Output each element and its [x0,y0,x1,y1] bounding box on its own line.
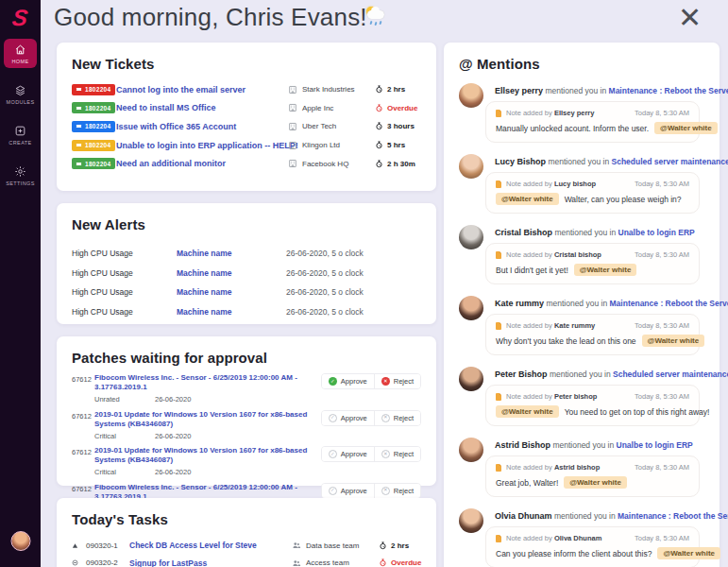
machine-name-link[interactable]: Machine name [177,268,286,278]
ticket-subject-link[interactable]: Cannot log into the email server [116,85,288,94]
reject-icon: ✕ [381,487,390,495]
ticket-subject-link[interactable]: Issue with Office 365 Account [116,122,288,131]
note-message: Great job, Walter!@Walter white [496,476,689,489]
approve-icon: ✓ [329,450,337,458]
mention-item: Cristal Bishop mentioned you in Unalbe t… [459,227,704,284]
mentions-card: @ Mentions Ellsey perry mentioned you in… [444,43,720,567]
mention-topic-link[interactable]: Unalbe to login ERP [618,228,695,237]
note-icon [496,110,501,117]
task-subject-link[interactable]: Signup for LastPass [129,558,292,567]
reject-button[interactable]: ✕Reject [374,447,420,461]
approve-icon: ✓ [329,377,337,386]
building-icon [288,85,297,94]
close-icon[interactable]: ✕ [678,2,702,34]
mention-chip[interactable]: @Walter white [654,122,718,134]
section-title: Patches waiting for approval [72,350,421,366]
timer-icon [375,85,383,94]
ticket-subject-link[interactable]: Need to install MS Office [116,103,288,112]
mention-chip[interactable]: @Walter white [657,547,720,559]
user-avatar[interactable] [10,531,30,551]
mention-header: Cristal Bishop mentioned you in Unalbe t… [495,227,704,239]
ticket-subject-link[interactable]: Unable to login into ERP application -- … [116,141,288,150]
sidebar-item-settings[interactable]: SETTINGS [4,161,37,190]
patch-severity: Unrated [94,395,155,404]
machine-name-link[interactable]: Machine name [177,249,286,258]
machine-name-link[interactable]: Machine name [177,287,286,297]
task-id: 090320-1 [86,541,129,550]
ticket-time: 5 hrs [375,141,405,149]
plus-square-icon [14,125,26,137]
timer-icon [375,160,383,168]
reject-button[interactable]: ✕Reject [374,411,420,425]
note-timestamp: Today 8, 5:30 AM [635,321,689,330]
avatar[interactable] [459,154,483,179]
note-card: Note added by Lucy bishopToday 8, 5:30 A… [485,172,700,214]
ticket-id-badge[interactable]: 1802204 [72,140,115,151]
mention-topic-link[interactable]: Maintenance : Reboot the Server [610,299,728,308]
avatar[interactable] [459,367,483,391]
mention-topic-link[interactable]: Maintenance : Reboot the Server [609,86,728,95]
task-subject-link[interactable]: Check DB Access Level for Steve [129,541,292,550]
note-icon [496,393,501,401]
building-icon [288,159,297,168]
mention-user: Astrid Bishop [495,440,550,450]
mention-chip[interactable]: @Walter white [496,193,559,205]
avatar[interactable] [459,296,483,320]
note-message: Manually unlocked acount. Inform the use… [496,122,689,134]
note-author: Note added by Ellsey perry [506,109,594,117]
note-card: Note added by Oliva DhunamToday 8, 5:30 … [485,526,700,567]
section-title: @ Mentions [459,56,704,72]
mention-header: Astrid Bishop mentioned you in Unalbe to… [495,439,704,452]
mention-topic-link[interactable]: Unalbe to login ERP [617,440,693,450]
ticket-id-badge[interactable]: 1802204 [72,84,115,95]
mention-chip[interactable]: @Walter white [496,405,559,418]
avatar[interactable] [459,83,483,108]
sidebar-item-modules[interactable]: MODULES [4,79,37,109]
mention-chip[interactable]: @Walter white [574,264,637,276]
sidebar-item-home[interactable]: HOME [4,39,37,68]
dashboard-screen: S HOME MODULES CREATE SETTINGS [0,0,728,567]
sidebar: S HOME MODULES CREATE SETTINGS [0,0,41,567]
sidebar-item-create[interactable]: CREATE [4,120,37,149]
alert-row: High CPU Usage Machine name 26-06-2020, … [72,264,421,284]
patch-name-link[interactable]: 2019-01 Update for Windows 10 Version 16… [94,410,330,429]
note-icon [496,464,501,472]
patch-id: 67612 [72,373,94,384]
mention-item: Olvia Dhunam mentioned you in Maintenanc… [459,510,704,567]
priority-high-icon [72,542,86,549]
mention-topic-link[interactable]: Maintenance : Reboot the Server [618,511,728,521]
approve-button[interactable]: ✓Approve [322,484,374,498]
approve-button[interactable]: ✓Approve [322,374,374,388]
mention-chip[interactable]: @Walter white [642,335,705,347]
mention-user: Cristal Bishop [495,228,552,237]
mention-topic-link[interactable]: Scheduled server maintenance [613,369,728,379]
avatar[interactable] [459,438,483,462]
note-message: @Walter whiteWalter, can you please weig… [496,193,689,205]
reject-button[interactable]: ✕Reject [374,484,420,498]
avatar[interactable] [459,225,483,249]
avatar[interactable] [459,508,483,533]
approve-icon: ✓ [329,487,337,495]
alert-datetime: 26-06-2020, 5 o clock [286,249,421,258]
alert-name: High CPU Usage [72,287,177,297]
task-time: 2 hrs [379,541,409,550]
task-team: Data base team [292,541,379,550]
reject-button[interactable]: ✕Reject [374,374,420,388]
mention-user: Kate rummy [495,299,544,308]
mention-topic-link[interactable]: Scheduled server maintenance [612,157,728,166]
mention-chip[interactable]: @Walter white [564,476,627,489]
task-time: Overdue [379,558,421,567]
patch-name-link[interactable]: 2019-01 Update for Windows 10 Version 16… [94,446,330,465]
page-title: Good morning, Chris Evans! [54,3,367,32]
ticket-id-badge[interactable]: 1802204 [72,102,115,113]
ticket-id-badge[interactable]: 1802204 [72,121,115,132]
app-logo[interactable]: S [11,5,30,31]
approve-button[interactable]: ✓Approve [322,411,374,425]
mention-item: Lucy Bishop mentioned you in Scheduled s… [459,156,704,214]
patch-name-link[interactable]: Fibocom Wireless Inc. - Sensor - 6/25/20… [94,373,330,392]
layers-icon [14,84,26,96]
machine-name-link[interactable]: Machine name [177,307,286,317]
ticket-id-badge[interactable]: 1802204 [72,158,115,169]
ticket-subject-link[interactable]: Need an additional monitor [116,159,288,168]
approve-button[interactable]: ✓Approve [322,447,374,461]
